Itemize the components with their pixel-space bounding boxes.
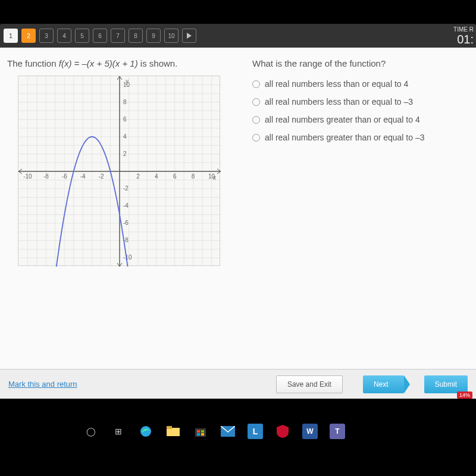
svg-text:-10: -10 xyxy=(123,254,132,261)
nav-item-1[interactable]: 1 xyxy=(4,29,18,43)
svg-text:-2: -2 xyxy=(123,185,129,192)
option-d[interactable]: all real numbers greater than or equal t… xyxy=(252,133,469,142)
svg-text:-4: -4 xyxy=(123,202,129,209)
footer-bar: Mark this and return Save and Exit Next … xyxy=(0,369,476,399)
teams-icon[interactable]: T xyxy=(330,424,345,439)
option-label: all real numbers less than or equal to 4 xyxy=(265,79,408,89)
svg-text:-6: -6 xyxy=(123,220,129,226)
nav-item-4[interactable]: 4 xyxy=(57,29,71,43)
svg-text:8: 8 xyxy=(123,99,127,105)
nav-item-2[interactable]: 2 xyxy=(21,29,36,43)
option-label: all real numbers greater than or equal t… xyxy=(265,115,420,124)
store-icon[interactable] xyxy=(193,424,208,439)
save-exit-button[interactable]: Save and Exit xyxy=(276,375,343,393)
nav-item-7[interactable]: 7 xyxy=(111,29,125,43)
svg-rect-68 xyxy=(167,426,172,429)
timer-display: TIME R 01: xyxy=(453,26,476,46)
nav-item-9[interactable]: 9 xyxy=(146,29,161,43)
svg-text:2: 2 xyxy=(123,151,127,157)
question-text: What is the range of the function? xyxy=(252,58,469,68)
svg-text:x: x xyxy=(213,174,216,181)
nav-item-5[interactable]: 5 xyxy=(75,29,89,43)
option-b[interactable]: all real numbers less than or equal to –… xyxy=(252,97,469,107)
radio-icon xyxy=(252,116,260,124)
svg-text:2: 2 xyxy=(136,173,140,180)
svg-rect-70 xyxy=(197,430,200,433)
svg-text:-4: -4 xyxy=(80,173,86,180)
option-c[interactable]: all real numbers greater than or equal t… xyxy=(252,115,469,124)
taskview-icon[interactable]: ⊞ xyxy=(111,424,126,439)
function-graph: -10-8-6-4-2246810-10-8-6-4-2246810xy xyxy=(18,76,220,266)
svg-text:4: 4 xyxy=(155,173,158,180)
left-column: The function f(x) = –(x + 5)(x + 1) is s… xyxy=(7,58,245,362)
nav-play-button[interactable] xyxy=(182,29,196,43)
windows-taskbar: ◯ ⊞ L W T xyxy=(83,419,345,443)
word-icon[interactable]: W xyxy=(302,424,318,439)
svg-rect-67 xyxy=(167,428,180,436)
svg-point-66 xyxy=(140,426,151,437)
question-nav-bar: 1 2 3 4 5 6 7 8 9 10 TIME R 01: xyxy=(0,24,476,48)
next-button[interactable]: Next xyxy=(363,375,404,393)
start-icon[interactable]: ◯ xyxy=(83,424,99,439)
option-a[interactable]: all real numbers less than or equal to 4 xyxy=(252,79,469,89)
option-label: all real numbers greater than or equal t… xyxy=(265,133,425,142)
mcafee-icon[interactable] xyxy=(275,424,290,439)
nav-item-10[interactable]: 10 xyxy=(164,29,178,43)
app-window: 1 2 3 4 5 6 7 8 9 10 TIME R 01: The func… xyxy=(0,24,476,399)
radio-icon xyxy=(252,80,260,88)
mark-return-link[interactable]: Mark this and return xyxy=(8,380,270,389)
function-expression: f(x) = –(x + 5)(x + 1) xyxy=(59,58,138,68)
chart-svg: -10-8-6-4-2246810-10-8-6-4-2246810xy xyxy=(18,76,221,267)
timer-label: TIME R xyxy=(453,26,474,33)
explorer-icon[interactable] xyxy=(165,424,181,439)
svg-text:-6: -6 xyxy=(62,173,67,180)
svg-rect-71 xyxy=(201,430,204,433)
radio-icon xyxy=(252,134,260,142)
svg-text:-2: -2 xyxy=(99,173,104,180)
svg-text:6: 6 xyxy=(173,173,177,180)
nav-item-6[interactable]: 6 xyxy=(93,29,107,43)
battery-indicator: 14% xyxy=(457,392,472,399)
right-column: What is the range of the function? all r… xyxy=(245,58,469,362)
svg-text:-8: -8 xyxy=(43,173,49,180)
svg-text:4: 4 xyxy=(123,133,127,140)
mail-icon[interactable] xyxy=(220,424,236,439)
svg-text:-10: -10 xyxy=(23,173,32,180)
prompt-text: The function f(x) = –(x + 5)(x + 1) is s… xyxy=(7,58,245,68)
timer-value: 01: xyxy=(453,33,474,46)
svg-rect-73 xyxy=(201,433,204,436)
submit-button[interactable]: Submit xyxy=(424,375,468,393)
l-app-icon[interactable]: L xyxy=(248,424,263,439)
question-content: The function f(x) = –(x + 5)(x + 1) is s… xyxy=(0,48,476,369)
radio-icon xyxy=(252,98,260,106)
option-label: all real numbers less than or equal to –… xyxy=(265,97,413,107)
nav-item-8[interactable]: 8 xyxy=(129,29,143,43)
svg-text:8: 8 xyxy=(192,173,195,180)
svg-text:y: y xyxy=(126,78,129,84)
svg-rect-69 xyxy=(195,428,206,437)
nav-item-3[interactable]: 3 xyxy=(39,29,54,43)
edge-icon[interactable] xyxy=(138,424,154,439)
svg-rect-72 xyxy=(197,433,200,436)
answer-options: all real numbers less than or equal to 4… xyxy=(252,79,469,142)
svg-text:6: 6 xyxy=(123,116,127,123)
